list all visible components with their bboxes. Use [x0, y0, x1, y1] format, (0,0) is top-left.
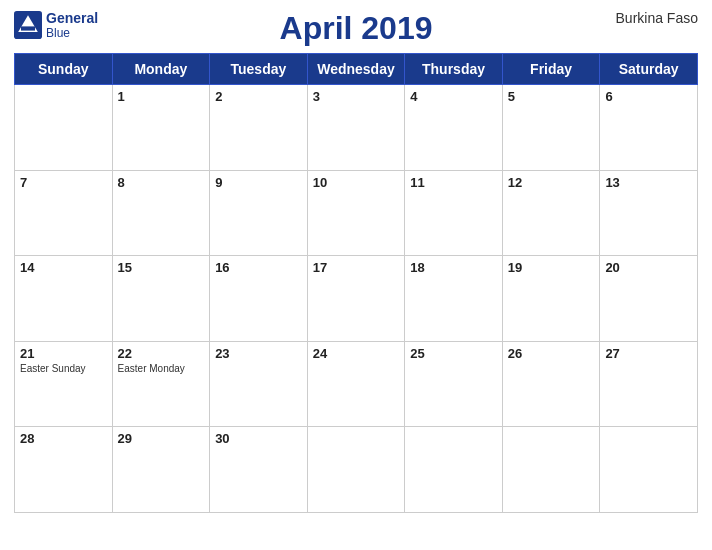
svg-rect-2 [21, 26, 35, 30]
calendar-cell-w1-d4: 11 [405, 170, 503, 256]
calendar-cell-w3-d1: 22Easter Monday [112, 341, 210, 427]
day-number-27: 27 [605, 346, 692, 361]
calendar-cell-w4-d5 [502, 427, 600, 513]
calendar-cell-w4-d4 [405, 427, 503, 513]
day-number-22: 22 [118, 346, 205, 361]
day-number-4: 4 [410, 89, 497, 104]
calendar-cell-w0-d5: 5 [502, 85, 600, 171]
header-tuesday: Tuesday [210, 54, 308, 85]
week-row-0: 123456 [15, 85, 698, 171]
day-number-3: 3 [313, 89, 400, 104]
week-row-4: 282930 [15, 427, 698, 513]
calendar-cell-w0-d1: 1 [112, 85, 210, 171]
calendar-cell-w0-d6: 6 [600, 85, 698, 171]
day-number-20: 20 [605, 260, 692, 275]
header-wednesday: Wednesday [307, 54, 405, 85]
day-number-7: 7 [20, 175, 107, 190]
day-number-13: 13 [605, 175, 692, 190]
calendar-cell-w3-d2: 23 [210, 341, 308, 427]
calendar-cell-w1-d1: 8 [112, 170, 210, 256]
day-number-24: 24 [313, 346, 400, 361]
calendar-cell-w1-d6: 13 [600, 170, 698, 256]
general-blue-logo-icon [14, 11, 42, 39]
calendar-cell-w2-d2: 16 [210, 256, 308, 342]
calendar-cell-w4-d0: 28 [15, 427, 113, 513]
day-number-1: 1 [118, 89, 205, 104]
calendar-wrapper: General Blue April 2019 Burkina Faso Sun… [0, 0, 712, 550]
calendar-cell-w3-d6: 27 [600, 341, 698, 427]
calendar-cell-w0-d4: 4 [405, 85, 503, 171]
calendar-cell-w4-d1: 29 [112, 427, 210, 513]
calendar-cell-w3-d3: 24 [307, 341, 405, 427]
week-row-1: 78910111213 [15, 170, 698, 256]
calendar-cell-w2-d4: 18 [405, 256, 503, 342]
calendar-cell-w2-d6: 20 [600, 256, 698, 342]
header-thursday: Thursday [405, 54, 503, 85]
day-number-28: 28 [20, 431, 107, 446]
calendar-cell-w3-d0: 21Easter Sunday [15, 341, 113, 427]
day-number-2: 2 [215, 89, 302, 104]
calendar-cell-w4-d3 [307, 427, 405, 513]
calendar-cell-w1-d2: 9 [210, 170, 308, 256]
weekday-header-row: Sunday Monday Tuesday Wednesday Thursday… [15, 54, 698, 85]
calendar-cell-w4-d2: 30 [210, 427, 308, 513]
header-saturday: Saturday [600, 54, 698, 85]
header-sunday: Sunday [15, 54, 113, 85]
week-row-3: 21Easter Sunday22Easter Monday2324252627 [15, 341, 698, 427]
header-friday: Friday [502, 54, 600, 85]
day-number-30: 30 [215, 431, 302, 446]
week-row-2: 14151617181920 [15, 256, 698, 342]
day-number-23: 23 [215, 346, 302, 361]
calendar-cell-w1-d3: 10 [307, 170, 405, 256]
calendar-cell-w0-d2: 2 [210, 85, 308, 171]
day-event-easter-sunday: Easter Sunday [20, 363, 107, 374]
day-number-25: 25 [410, 346, 497, 361]
header-monday: Monday [112, 54, 210, 85]
day-number-8: 8 [118, 175, 205, 190]
day-number-11: 11 [410, 175, 497, 190]
day-number-12: 12 [508, 175, 595, 190]
calendar-cell-w1-d0: 7 [15, 170, 113, 256]
logo-text: General Blue [46, 10, 98, 40]
day-number-16: 16 [215, 260, 302, 275]
day-number-14: 14 [20, 260, 107, 275]
day-number-26: 26 [508, 346, 595, 361]
day-number-6: 6 [605, 89, 692, 104]
calendar-cell-w2-d1: 15 [112, 256, 210, 342]
month-title: April 2019 [280, 10, 433, 47]
country-label: Burkina Faso [616, 10, 698, 26]
calendar-cell-w2-d0: 14 [15, 256, 113, 342]
calendar-cell-w2-d3: 17 [307, 256, 405, 342]
calendar-cell-w0-d0 [15, 85, 113, 171]
day-number-5: 5 [508, 89, 595, 104]
calendar-cell-w4-d6 [600, 427, 698, 513]
header-row: General Blue April 2019 Burkina Faso [14, 10, 698, 47]
calendar-cell-w0-d3: 3 [307, 85, 405, 171]
day-number-17: 17 [313, 260, 400, 275]
calendar-cell-w1-d5: 12 [502, 170, 600, 256]
day-number-9: 9 [215, 175, 302, 190]
day-number-10: 10 [313, 175, 400, 190]
calendar-cell-w3-d4: 25 [405, 341, 503, 427]
day-number-29: 29 [118, 431, 205, 446]
day-number-15: 15 [118, 260, 205, 275]
day-number-21: 21 [20, 346, 107, 361]
calendar-cell-w2-d5: 19 [502, 256, 600, 342]
day-number-18: 18 [410, 260, 497, 275]
calendar-cell-w3-d5: 26 [502, 341, 600, 427]
day-event-easter-monday: Easter Monday [118, 363, 205, 374]
day-number-19: 19 [508, 260, 595, 275]
logo-area: General Blue [14, 10, 98, 40]
calendar-table: Sunday Monday Tuesday Wednesday Thursday… [14, 53, 698, 513]
